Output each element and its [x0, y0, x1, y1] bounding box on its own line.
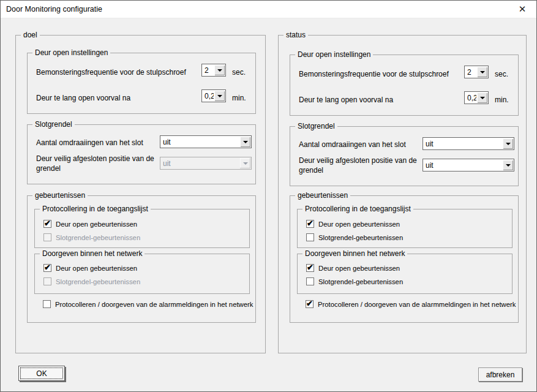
group-status-title: status	[284, 31, 308, 39]
checkbox-label: Protocolleren / doorgeven van de alarmme…	[55, 301, 253, 308]
dropdown-arrow-icon[interactable]	[240, 137, 250, 147]
combo-value: uit	[163, 159, 239, 168]
label-deur-te-lang-open: Deur te lang open voorval na	[36, 94, 130, 102]
group-status: status Deur open instellingen Bemonsteri…	[278, 35, 527, 353]
checkbox-label: Protocolleren / doorgeven van de alarmme…	[318, 301, 516, 308]
group-protocollering-toegangslijst: Protocollering in de toegangslijst ✔ Deu…	[297, 209, 513, 248]
combo-value: uit	[426, 161, 502, 170]
combo-aantal-omdraaiingen[interactable]: uit	[160, 135, 252, 148]
label-bemonsteringsfrequentie: Bemonsteringsfrequentie voor de stulpsch…	[299, 70, 449, 78]
checkbox-label: Deur open gebeurtenissen	[56, 265, 137, 272]
combo-aantal-omdraaiingen[interactable]: uit	[422, 137, 514, 150]
combo-bemonsteringsfrequentie[interactable]: 2	[201, 64, 226, 77]
checkbox-alarmmeldingen-netwerk[interactable]: ✔	[306, 300, 314, 308]
checkbox-label: Slotgrendel-gebeurtenissen	[318, 278, 403, 285]
group-title: Protocollering in de toegangslijst	[302, 205, 413, 213]
group-title: Doorgeven binnen het netwerk	[40, 249, 145, 258]
combo-deur-te-lang-open[interactable]: 0,2	[464, 91, 489, 104]
unit-sec: sec.	[232, 68, 246, 77]
dropdown-arrow-icon[interactable]	[503, 138, 513, 149]
group-title: Slotgrendel	[295, 122, 337, 130]
checkbox-slotgrendel-gebeurtenissen	[43, 277, 51, 285]
group-deur-open-instellingen: Deur open instellingen Bemonsteringsfreq…	[290, 55, 519, 116]
label-deur-veilig-afgesloten: Deur veilig afgesloten positie van de gr…	[36, 154, 159, 173]
checkbox-label: Slotgrendel-gebeurtenissen	[56, 234, 140, 241]
group-title: Deur open instellingen	[295, 50, 373, 59]
cancel-button[interactable]: afbreken	[478, 368, 522, 382]
group-doorgeven-netwerk: Doorgeven binnen het netwerk ✔ Deur open…	[297, 254, 513, 294]
checkbox-label: Deur open gebeurtenissen	[318, 221, 400, 228]
group-title: Protocollering in de toegangslijst	[40, 205, 151, 213]
group-title: Deur open instellingen	[32, 48, 110, 57]
checkbox-label: Slotgrendel-gebeurtenissen	[318, 234, 403, 241]
combo-value: 0,2	[205, 92, 214, 100]
combo-value: 2	[467, 68, 476, 77]
group-gebeurtenissen: gebeurtenissen Protocollering in de toeg…	[290, 195, 519, 323]
label-aantal-omdraaiingen: Aantal omdraaiingen van het slot	[36, 138, 143, 147]
checkbox-label: Deur open gebeurtenissen	[56, 221, 137, 228]
ok-button[interactable]: OK	[18, 366, 65, 381]
window-title: Door Monitoring configuratie	[6, 5, 102, 13]
group-doorgeven-netwerk: Doorgeven binnen het netwerk ✔ Deur open…	[34, 254, 250, 294]
check-icon: ✔	[307, 265, 314, 271]
dropdown-arrow-icon[interactable]	[503, 160, 513, 170]
dropdown-arrow-icon[interactable]	[214, 91, 225, 101]
checkbox-slotgrendel-gebeurtenissen[interactable]	[306, 277, 314, 285]
checkbox-deur-open-gebeurtenissen[interactable]: ✔	[43, 220, 51, 228]
checkbox-alarmmeldingen-netwerk[interactable]	[43, 300, 51, 308]
dropdown-arrow-icon[interactable]	[477, 67, 487, 77]
group-slotgrendel: Slotgrendel Aantal omdraaiingen van het …	[290, 126, 519, 186]
unit-sec: sec.	[495, 70, 508, 78]
group-protocollering-toegangslijst: Protocollering in de toegangslijst ✔ Deu…	[34, 209, 250, 248]
titlebar: Door Monitoring configuratie ✕	[1, 1, 536, 18]
group-title: gebeurtenissen	[295, 191, 350, 200]
group-deur-open-instellingen: Deur open instellingen Bemonsteringsfreq…	[27, 53, 256, 114]
unit-min: min.	[495, 96, 509, 104]
checkbox-label: Deur open gebeurtenissen	[318, 265, 400, 272]
combo-deur-veilig-afgesloten[interactable]: uit	[422, 159, 514, 172]
checkbox-slotgrendel-gebeurtenissen	[43, 233, 51, 241]
unit-min: min.	[232, 94, 246, 102]
checkbox-slotgrendel-gebeurtenissen[interactable]	[306, 233, 314, 241]
label-deur-te-lang-open: Deur te lang open voorval na	[299, 96, 393, 104]
group-title: gebeurtenissen	[32, 191, 88, 200]
checkbox-deur-open-gebeurtenissen[interactable]: ✔	[306, 264, 314, 272]
combo-deur-te-lang-open[interactable]: 0,2	[201, 89, 226, 102]
group-gebeurtenissen: gebeurtenissen Protocollering in de toeg…	[27, 195, 256, 323]
check-icon: ✔	[307, 221, 314, 227]
label-deur-veilig-afgesloten: Deur veilig afgesloten positie van de gr…	[299, 156, 421, 175]
checkbox-deur-open-gebeurtenissen[interactable]: ✔	[43, 264, 51, 272]
dropdown-arrow-icon[interactable]	[214, 65, 225, 75]
combo-value: 2	[205, 66, 214, 75]
dialog-body: doel Deur open instellingen Bemonstering…	[1, 19, 536, 391]
label-bemonsteringsfrequentie: Bemonsteringsfrequentie voor de stulpsch…	[36, 68, 186, 77]
checkbox-label: Slotgrendel-gebeurtenissen	[56, 278, 140, 285]
door-monitoring-dialog: { "window": { "title": "Door Monitoring …	[0, 0, 537, 392]
check-icon: ✔	[306, 301, 313, 307]
combo-bemonsteringsfrequentie[interactable]: 2	[464, 66, 489, 78]
group-title: Doorgeven binnen het netwerk	[302, 249, 407, 258]
group-title: Slotgrendel	[32, 120, 75, 129]
combo-deur-veilig-afgesloten: uit	[160, 157, 252, 170]
dropdown-arrow-icon	[240, 158, 250, 168]
check-icon: ✔	[44, 265, 51, 271]
dropdown-arrow-icon[interactable]	[477, 92, 487, 103]
combo-value: 0,2	[467, 94, 476, 102]
check-icon: ✔	[44, 221, 51, 227]
group-slotgrendel: Slotgrendel Aantal omdraaiingen van het …	[27, 124, 256, 184]
combo-value: uit	[163, 138, 239, 146]
label-aantal-omdraaiingen: Aantal omdraaiingen van het slot	[299, 140, 406, 149]
close-icon[interactable]: ✕	[508, 1, 536, 18]
group-doel-title: doel	[21, 31, 40, 39]
combo-value: uit	[426, 140, 502, 148]
checkbox-deur-open-gebeurtenissen[interactable]: ✔	[306, 220, 314, 228]
group-doel: doel Deur open instellingen Bemonstering…	[15, 35, 266, 353]
